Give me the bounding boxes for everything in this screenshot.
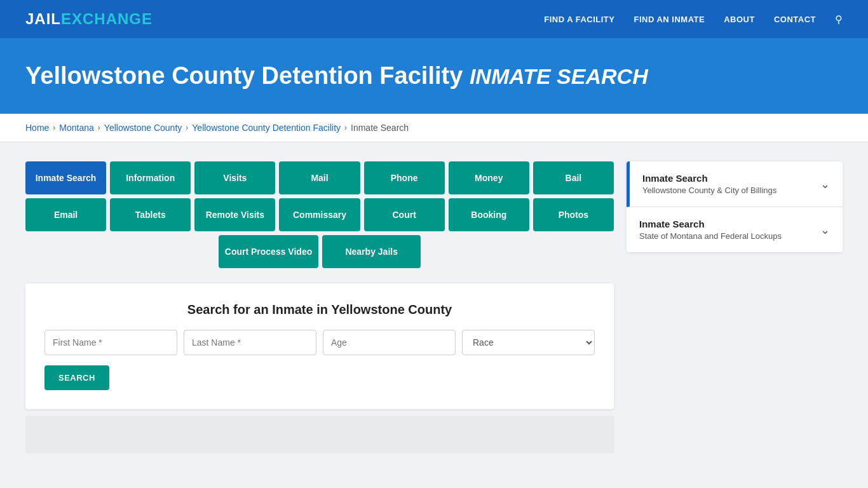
main-nav: FIND A FACILITY FIND AN INMATE ABOUT CON… — [544, 13, 843, 25]
btn-booking[interactable]: Booking — [449, 198, 529, 231]
breadcrumb: Home › Montana › Yellowstone County › Ye… — [0, 114, 868, 142]
breadcrumb-yellowstone[interactable]: Yellowstone County — [104, 123, 182, 133]
breadcrumb-facility[interactable]: Yellowstone County Detention Facility — [192, 123, 341, 133]
nav-buttons-row1: Inmate Search Information Visits Mail Ph… — [25, 161, 614, 194]
btn-tablets[interactable]: Tablets — [110, 198, 191, 231]
chevron-down-icon-2: ⌄ — [820, 223, 830, 237]
btn-court[interactable]: Court — [364, 198, 445, 231]
btn-inmate-search[interactable]: Inmate Search — [25, 161, 106, 194]
sidebar-item-1-subtitle: Yellowstone County & City of Billings — [642, 186, 820, 195]
sidebar-item-1-title: Inmate Search — [642, 173, 820, 184]
logo-jail: JAIL — [25, 10, 61, 27]
btn-mail[interactable]: Mail — [279, 161, 360, 194]
nav-find-inmate[interactable]: FIND AN INMATE — [634, 15, 705, 24]
sidebar-item-2-title: Inmate Search — [639, 219, 820, 229]
nav-buttons-row3: Court Process Video Nearby Jails — [25, 235, 614, 268]
race-select[interactable]: Race White Black Hispanic Asian Native A… — [462, 330, 595, 355]
nav-buttons-row2: Email Tablets Remote Visits Commissary C… — [25, 198, 614, 231]
breadcrumb-sep-1: › — [53, 123, 55, 132]
nav-find-facility[interactable]: FIND A FACILITY — [544, 15, 614, 24]
btn-information[interactable]: Information — [110, 161, 191, 194]
right-sidebar: Inmate Search Yellowstone County & City … — [627, 161, 843, 252]
breadcrumb-sep-4: › — [344, 123, 347, 132]
first-name-input[interactable] — [44, 330, 177, 355]
breadcrumb-current: Inmate Search — [351, 123, 409, 133]
age-input[interactable] — [323, 330, 456, 355]
logo-exchange: EXCHANGE — [61, 10, 153, 27]
search-title: Search for an Inmate in Yellowstone Coun… — [44, 302, 595, 317]
sidebar-item-2-subtitle: State of Montana and Federal Lockups — [639, 231, 820, 241]
search-button[interactable]: SEARCH — [44, 365, 109, 390]
btn-commissary[interactable]: Commissary — [279, 198, 360, 231]
search-icon[interactable]: ⚲ — [835, 13, 843, 25]
sidebar-item-1-content: Inmate Search Yellowstone County & City … — [642, 173, 820, 195]
hero-section: Yellowstone County Detention Facility IN… — [0, 38, 868, 114]
sidebar-item-montana[interactable]: Inmate Search State of Montana and Feder… — [627, 207, 843, 252]
last-name-input[interactable] — [184, 330, 316, 355]
search-card: Search for an Inmate in Yellowstone Coun… — [25, 283, 614, 409]
btn-court-process-video[interactable]: Court Process Video — [219, 235, 318, 268]
search-fields: Race White Black Hispanic Asian Native A… — [44, 330, 595, 355]
breadcrumb-montana[interactable]: Montana — [59, 123, 93, 133]
site-header: JAILEXCHANGE FIND A FACILITY FIND AN INM… — [0, 0, 868, 38]
btn-email[interactable]: Email — [25, 198, 106, 231]
btn-photos[interactable]: Photos — [533, 198, 614, 231]
site-logo[interactable]: JAILEXCHANGE — [25, 10, 153, 28]
btn-remote-visits[interactable]: Remote Visits — [194, 198, 275, 231]
nav-contact[interactable]: CONTACT — [774, 15, 816, 24]
bottom-placeholder — [25, 416, 614, 454]
nav-about[interactable]: ABOUT — [724, 15, 755, 24]
sidebar-item-yellowstone[interactable]: Inmate Search Yellowstone County & City … — [627, 161, 843, 207]
btn-nearby-jails[interactable]: Nearby Jails — [322, 235, 421, 268]
left-column: Inmate Search Information Visits Mail Ph… — [25, 161, 614, 454]
btn-visits[interactable]: Visits — [194, 161, 275, 194]
btn-phone[interactable]: Phone — [364, 161, 445, 194]
breadcrumb-sep-3: › — [186, 123, 188, 132]
sidebar-item-2-content: Inmate Search State of Montana and Feder… — [639, 219, 820, 241]
sidebar-card: Inmate Search Yellowstone County & City … — [627, 161, 843, 252]
main-content: Inmate Search Information Visits Mail Ph… — [0, 142, 868, 473]
chevron-down-icon-1: ⌄ — [820, 177, 830, 191]
btn-bail[interactable]: Bail — [533, 161, 614, 194]
breadcrumb-home[interactable]: Home — [25, 123, 49, 133]
btn-money[interactable]: Money — [449, 161, 529, 194]
page-title: Yellowstone County Detention Facility IN… — [25, 62, 843, 90]
breadcrumb-sep-2: › — [98, 123, 100, 132]
